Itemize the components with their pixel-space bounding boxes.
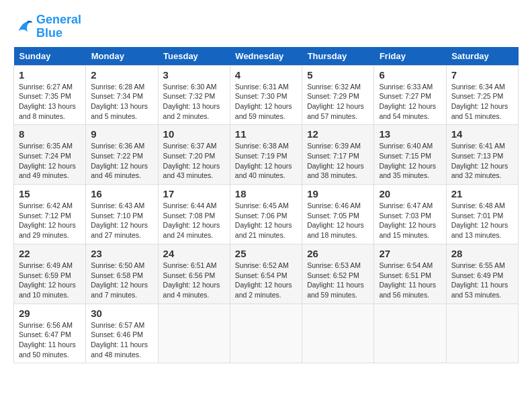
- day-info: Sunrise: 6:32 AMSunset: 7:29 PMDaylight:…: [307, 82, 369, 122]
- day-info: Sunrise: 6:45 AMSunset: 7:06 PMDaylight:…: [235, 201, 297, 240]
- day-info: Sunrise: 6:41 AMSunset: 7:13 PMDaylight:…: [451, 141, 513, 181]
- weekday-header-thursday: Thursday: [302, 47, 374, 66]
- day-number: 15: [19, 188, 81, 199]
- day-info: Sunrise: 6:36 AMSunset: 7:22 PMDaylight:…: [91, 141, 152, 181]
- calendar-cell: 9Sunrise: 6:36 AMSunset: 7:22 PMDaylight…: [86, 125, 158, 185]
- calendar-cell: 21Sunrise: 6:48 AMSunset: 7:01 PMDayligh…: [446, 185, 518, 244]
- calendar-cell: 16Sunrise: 6:43 AMSunset: 7:10 PMDayligh…: [86, 185, 158, 244]
- calendar-cell: 20Sunrise: 6:47 AMSunset: 7:03 PMDayligh…: [374, 185, 446, 244]
- calendar-week-row: 15Sunrise: 6:42 AMSunset: 7:12 PMDayligh…: [14, 185, 519, 244]
- day-info: Sunrise: 6:39 AMSunset: 7:17 PMDaylight:…: [307, 141, 369, 181]
- day-number: 21: [451, 188, 513, 199]
- day-info: Sunrise: 6:38 AMSunset: 7:19 PMDaylight:…: [235, 141, 297, 181]
- calendar-cell: 17Sunrise: 6:44 AMSunset: 7:08 PMDayligh…: [158, 185, 230, 244]
- calendar-cell: 1Sunrise: 6:27 AMSunset: 7:35 PMDaylight…: [14, 65, 86, 125]
- calendar-cell: 25Sunrise: 6:52 AMSunset: 6:54 PMDayligh…: [230, 244, 302, 304]
- page-header: General Blue: [13, 13, 519, 40]
- day-info: Sunrise: 6:57 AMSunset: 6:46 PMDaylight:…: [91, 320, 152, 360]
- calendar-cell: 22Sunrise: 6:49 AMSunset: 6:59 PMDayligh…: [14, 244, 86, 304]
- day-info: Sunrise: 6:56 AMSunset: 6:47 PMDaylight:…: [19, 320, 81, 360]
- weekday-header-monday: Monday: [86, 47, 158, 66]
- calendar-cell: 13Sunrise: 6:40 AMSunset: 7:15 PMDayligh…: [374, 125, 446, 185]
- day-number: 6: [379, 69, 441, 81]
- calendar-week-row: 22Sunrise: 6:49 AMSunset: 6:59 PMDayligh…: [14, 244, 519, 304]
- day-info: Sunrise: 6:46 AMSunset: 7:05 PMDaylight:…: [307, 201, 369, 240]
- day-number: 24: [163, 248, 225, 259]
- day-number: 3: [163, 69, 225, 81]
- day-number: 1: [19, 69, 81, 81]
- day-number: 25: [235, 248, 297, 259]
- day-info: Sunrise: 6:42 AMSunset: 7:12 PMDaylight:…: [19, 201, 81, 240]
- day-info: Sunrise: 6:53 AMSunset: 6:52 PMDaylight:…: [307, 261, 369, 300]
- calendar-cell: 18Sunrise: 6:45 AMSunset: 7:06 PMDayligh…: [230, 185, 302, 244]
- day-info: Sunrise: 6:31 AMSunset: 7:30 PMDaylight:…: [235, 82, 297, 122]
- day-number: 5: [307, 69, 369, 81]
- calendar-cell: 3Sunrise: 6:30 AMSunset: 7:32 PMDaylight…: [158, 65, 230, 125]
- calendar-cell: 10Sunrise: 6:37 AMSunset: 7:20 PMDayligh…: [158, 125, 230, 185]
- day-number: 17: [163, 188, 225, 199]
- day-number: 7: [451, 69, 513, 81]
- day-info: Sunrise: 6:54 AMSunset: 6:51 PMDaylight:…: [379, 261, 441, 300]
- calendar-cell: [158, 304, 230, 363]
- weekday-header-tuesday: Tuesday: [158, 47, 230, 66]
- calendar-cell: [374, 304, 446, 363]
- day-number: 9: [91, 128, 152, 140]
- calendar-week-row: 8Sunrise: 6:35 AMSunset: 7:24 PMDaylight…: [14, 125, 519, 185]
- day-info: Sunrise: 6:44 AMSunset: 7:08 PMDaylight:…: [163, 201, 225, 240]
- calendar-cell: 24Sunrise: 6:51 AMSunset: 6:56 PMDayligh…: [158, 244, 230, 304]
- day-number: 18: [235, 188, 297, 199]
- calendar-cell: 11Sunrise: 6:38 AMSunset: 7:19 PMDayligh…: [230, 125, 302, 185]
- calendar-cell: 28Sunrise: 6:55 AMSunset: 6:49 PMDayligh…: [446, 244, 518, 304]
- calendar-cell: 14Sunrise: 6:41 AMSunset: 7:13 PMDayligh…: [446, 125, 518, 185]
- calendar-cell: 27Sunrise: 6:54 AMSunset: 6:51 PMDayligh…: [374, 244, 446, 304]
- weekday-header-saturday: Saturday: [446, 47, 518, 66]
- calendar-cell: 5Sunrise: 6:32 AMSunset: 7:29 PMDaylight…: [302, 65, 374, 125]
- day-number: 19: [307, 188, 369, 199]
- day-info: Sunrise: 6:30 AMSunset: 7:32 PMDaylight:…: [163, 82, 225, 122]
- calendar-table: SundayMondayTuesdayWednesdayThursdayFrid…: [13, 47, 519, 364]
- day-number: 20: [379, 188, 441, 199]
- day-number: 29: [19, 308, 81, 319]
- logo-icon: [13, 17, 34, 37]
- day-number: 23: [91, 248, 152, 259]
- day-number: 2: [91, 69, 152, 81]
- day-number: 11: [235, 128, 297, 140]
- calendar-cell: 6Sunrise: 6:33 AMSunset: 7:27 PMDaylight…: [374, 65, 446, 125]
- day-info: Sunrise: 6:27 AMSunset: 7:35 PMDaylight:…: [19, 82, 81, 122]
- calendar-cell: 23Sunrise: 6:50 AMSunset: 6:58 PMDayligh…: [86, 244, 158, 304]
- day-info: Sunrise: 6:48 AMSunset: 7:01 PMDaylight:…: [451, 201, 513, 240]
- day-number: 22: [19, 248, 81, 259]
- day-number: 14: [451, 128, 513, 140]
- calendar-week-row: 1Sunrise: 6:27 AMSunset: 7:35 PMDaylight…: [14, 65, 519, 125]
- calendar-cell: 2Sunrise: 6:28 AMSunset: 7:34 PMDaylight…: [86, 65, 158, 125]
- day-info: Sunrise: 6:33 AMSunset: 7:27 PMDaylight:…: [379, 82, 441, 122]
- day-number: 10: [163, 128, 225, 140]
- calendar-cell: 19Sunrise: 6:46 AMSunset: 7:05 PMDayligh…: [302, 185, 374, 244]
- day-number: 30: [91, 308, 152, 319]
- day-number: 8: [19, 128, 81, 140]
- day-info: Sunrise: 6:50 AMSunset: 6:58 PMDaylight:…: [91, 261, 152, 300]
- day-info: Sunrise: 6:55 AMSunset: 6:49 PMDaylight:…: [451, 261, 513, 300]
- day-info: Sunrise: 6:52 AMSunset: 6:54 PMDaylight:…: [235, 261, 297, 300]
- day-info: Sunrise: 6:49 AMSunset: 6:59 PMDaylight:…: [19, 261, 81, 300]
- calendar-cell: 4Sunrise: 6:31 AMSunset: 7:30 PMDaylight…: [230, 65, 302, 125]
- calendar-cell: 12Sunrise: 6:39 AMSunset: 7:17 PMDayligh…: [302, 125, 374, 185]
- day-info: Sunrise: 6:51 AMSunset: 6:56 PMDaylight:…: [163, 261, 225, 300]
- calendar-cell: [302, 304, 374, 363]
- calendar-cell: 26Sunrise: 6:53 AMSunset: 6:52 PMDayligh…: [302, 244, 374, 304]
- day-number: 28: [451, 248, 513, 259]
- calendar-cell: 29Sunrise: 6:56 AMSunset: 6:47 PMDayligh…: [14, 304, 86, 363]
- day-info: Sunrise: 6:47 AMSunset: 7:03 PMDaylight:…: [379, 201, 441, 240]
- calendar-cell: 30Sunrise: 6:57 AMSunset: 6:46 PMDayligh…: [86, 304, 158, 363]
- calendar-cell: [230, 304, 302, 363]
- weekday-header-friday: Friday: [374, 47, 446, 66]
- calendar-cell: 15Sunrise: 6:42 AMSunset: 7:12 PMDayligh…: [14, 185, 86, 244]
- day-number: 26: [307, 248, 369, 259]
- day-number: 13: [379, 128, 441, 140]
- day-number: 4: [235, 69, 297, 81]
- weekday-header-row: SundayMondayTuesdayWednesdayThursdayFrid…: [14, 47, 519, 66]
- day-info: Sunrise: 6:35 AMSunset: 7:24 PMDaylight:…: [19, 141, 81, 181]
- weekday-header-sunday: Sunday: [14, 47, 86, 66]
- weekday-header-wednesday: Wednesday: [230, 47, 302, 66]
- day-info: Sunrise: 6:40 AMSunset: 7:15 PMDaylight:…: [379, 141, 441, 181]
